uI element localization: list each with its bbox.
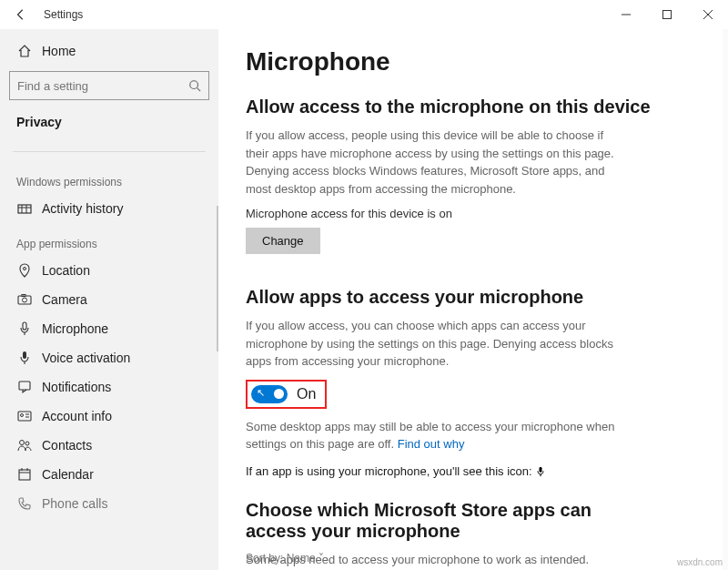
svg-rect-16 [23,351,26,359]
change-button[interactable]: Change [246,228,320,254]
svg-rect-29 [540,467,542,473]
sidebar-item-label: Microphone [42,321,108,336]
svg-point-12 [23,298,27,302]
in-use-icon-note: If an app is using your microphone, you'… [246,464,701,478]
svg-rect-1 [662,11,671,19]
divider [13,151,206,152]
sort-by-row[interactable]: Sort by: Name ˅ [246,552,324,565]
sidebar-item-phone-calls[interactable]: Phone calls [7,489,211,518]
account-info-icon [16,409,33,423]
search-icon [188,79,201,92]
voice-activation-icon [16,351,33,365]
camera-icon [16,292,33,307]
section-title-device-access: Allow access to the microphone on this d… [246,97,701,117]
toggle-label: On [297,386,316,402]
sidebar-item-account-info[interactable]: Account info [7,402,211,431]
close-button[interactable] [687,0,728,29]
section-desc-device-access: If you allow access, people using this d… [246,127,628,198]
watermark: wsxdn.com [677,557,723,567]
svg-rect-25 [19,470,30,480]
cursor-icon: ↖ [257,387,265,399]
sidebar-item-label: Camera [42,292,87,307]
microphone-icon [16,321,33,336]
page-title: Microphone [246,47,701,76]
sidebar-item-notifications[interactable]: Notifications [7,372,211,402]
sidebar-item-label: Voice activation [42,351,130,365]
phone-icon [16,496,33,511]
search-input-wrap[interactable] [9,71,209,100]
find-out-why-link[interactable]: Find out why [398,437,465,451]
microphone-inuse-icon [535,466,546,477]
section-title-store-apps: Choose which Microsoft Store apps can ac… [246,500,646,542]
svg-rect-19 [18,412,31,421]
svg-point-24 [25,442,29,445]
content-pane: Microphone Allow access to the microphon… [218,29,728,570]
sidebar-item-voice-activation[interactable]: Voice activation [7,343,211,372]
home-icon [16,44,33,58]
calendar-icon [16,467,33,482]
contacts-icon [16,438,33,453]
search-input[interactable] [17,79,188,93]
activity-history-icon [16,201,33,216]
sidebar-header-windows-permissions: Windows permissions [7,161,211,194]
sidebar-item-activity-history[interactable]: Activity history [7,194,211,223]
device-access-status: Microphone access for this device is on [246,207,701,220]
svg-rect-18 [19,382,30,390]
sidebar-item-home[interactable]: Home [7,36,211,66]
toggle-knob [274,389,284,399]
toggle-highlight-box: ↖ On [246,380,327,409]
location-icon [16,263,33,278]
svg-rect-11 [18,296,31,304]
sidebar-item-label: Phone calls [42,496,107,511]
content-scrollbar[interactable] [723,29,728,570]
sidebar-item-location[interactable]: Location [7,256,211,285]
notifications-icon [16,380,33,394]
svg-point-20 [21,414,24,417]
sidebar-item-calendar[interactable]: Calendar [7,460,211,489]
chevron-down-icon: ˅ [318,552,324,565]
sidebar-item-camera[interactable]: Camera [7,285,211,314]
sidebar-item-label: Calendar [42,467,94,482]
maximize-button[interactable] [646,0,687,29]
svg-line-5 [197,88,201,92]
sidebar-item-label: Activity history [42,201,123,216]
window-title: Settings [44,8,83,21]
section-desc-apps-access: If you allow access, you can choose whic… [246,317,628,371]
desktop-apps-note: Some desktop apps may still be able to a… [246,418,628,453]
back-button[interactable] [15,8,35,21]
svg-point-23 [20,441,25,445]
sidebar-item-label: Home [42,44,76,58]
sidebar-item-label: Location [42,263,90,278]
apps-access-toggle[interactable]: ↖ [251,385,288,403]
svg-rect-14 [23,322,26,330]
svg-point-4 [190,81,198,89]
section-title-apps-access: Allow apps to access your microphone [246,287,701,308]
sidebar-item-label: Notifications [42,380,111,394]
minimize-button[interactable] [605,0,646,29]
sidebar-item-label: Account info [42,409,112,423]
sidebar-category: Privacy [7,109,211,142]
sidebar-item-contacts[interactable]: Contacts [7,431,211,460]
sidebar-header-app-permissions: App permissions [7,223,211,256]
svg-point-10 [24,268,26,270]
sidebar-item-label: Contacts [42,438,92,453]
sidebar-item-microphone[interactable]: Microphone [7,314,211,343]
sidebar: Home Privacy Windows permissions Activit… [0,29,218,570]
svg-rect-6 [18,205,31,213]
